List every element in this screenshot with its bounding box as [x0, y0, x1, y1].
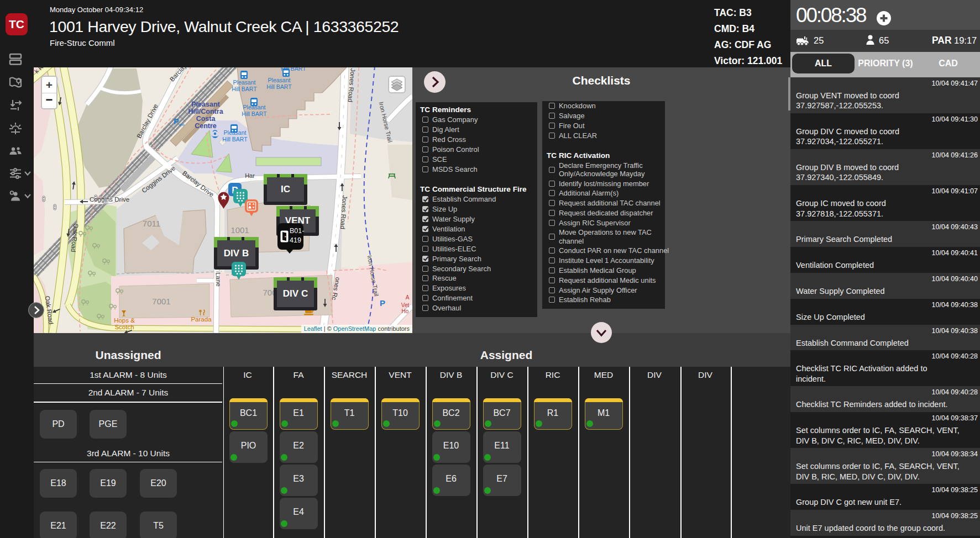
- svg-text:Vet: Vet: [401, 302, 410, 308]
- svg-text:Hill/Contra: Hill/Contra: [188, 108, 223, 115]
- svg-text:P: P: [174, 117, 179, 126]
- svg-text:Scotch: Scotch: [114, 324, 134, 330]
- svg-text:Hops &: Hops &: [114, 317, 135, 324]
- svg-text:Pleasant: Pleasant: [268, 77, 291, 83]
- svg-text:Hill BART: Hill BART: [242, 110, 267, 117]
- svg-text:Centre: Centre: [195, 122, 217, 130]
- svg-text:7001: 7001: [152, 297, 170, 306]
- svg-text:Costa: Costa: [196, 115, 216, 123]
- svg-text:Pleasant: Pleasant: [233, 79, 256, 86]
- svg-text:P: P: [380, 298, 385, 308]
- svg-text:Hill BART: Hill BART: [222, 136, 248, 143]
- svg-text:Pleasant: Pleasant: [191, 101, 220, 108]
- svg-text:Parada: Parada: [191, 316, 212, 323]
- svg-text:Pleasant: Pleasant: [224, 129, 247, 136]
- svg-text:Lane: Lane: [215, 272, 222, 287]
- svg-text:7011: 7011: [143, 219, 160, 228]
- svg-text:Har: Har: [245, 172, 255, 179]
- svg-text:1001: 1001: [230, 225, 249, 235]
- svg-text:Hill BART: Hill BART: [266, 83, 292, 90]
- svg-text:A: A: [406, 294, 410, 300]
- svg-text:Pleasant: Pleasant: [243, 104, 266, 110]
- svg-text:Coggins Drive: Coggins Drive: [90, 196, 129, 203]
- svg-text:Ho: Ho: [402, 308, 409, 314]
- svg-text:Hill BART: Hill BART: [232, 86, 257, 92]
- svg-text:Hill BART: Hill BART: [281, 67, 306, 72]
